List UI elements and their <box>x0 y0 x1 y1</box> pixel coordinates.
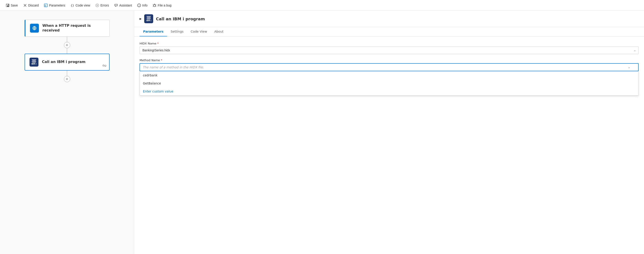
node-link-icon <box>102 64 106 68</box>
connector-2: + <box>64 71 70 82</box>
info-label: Info <box>142 3 147 7</box>
method-required-star: * <box>161 58 162 62</box>
svg-rect-23 <box>32 61 36 62</box>
svg-rect-28 <box>147 17 150 17</box>
panel-title: Call an IBM i program <box>156 16 205 21</box>
discard-icon <box>23 3 27 7</box>
svg-line-11 <box>153 4 154 5</box>
svg-rect-24 <box>32 62 36 62</box>
method-dropdown-list: cedrbank GetBalance Enter custom value <box>140 71 639 96</box>
tab-settings[interactable]: Settings <box>167 27 187 36</box>
method-dropdown-wrapper: The name of a method in the HIDX file. ⌄… <box>140 63 639 71</box>
code-view-label: Code view <box>76 3 90 7</box>
parameters-label: Parameters <box>49 3 65 7</box>
code-view-button[interactable]: {} Code view <box>68 2 92 8</box>
hidx-name-select[interactable]: BankingISeries.hidx <box>140 46 639 54</box>
save-icon <box>6 3 10 7</box>
tab-code-view[interactable]: Code View <box>187 27 211 36</box>
ibm-program-icon: IBM i <box>30 58 38 67</box>
svg-point-10 <box>154 4 156 7</box>
add-step-button-2[interactable]: + <box>64 76 70 82</box>
svg-rect-22 <box>32 60 36 61</box>
tab-about[interactable]: About <box>211 27 227 36</box>
hidx-name-label: HIDX Name * <box>140 42 639 45</box>
parameters-button[interactable]: @ Parameters <box>42 2 67 8</box>
svg-rect-21 <box>32 59 36 60</box>
connector-line-2 <box>67 48 67 54</box>
flow-canvas: When a HTTP request is received + IBM i <box>0 11 134 254</box>
panel-header: ▶ IBM i Call an IBM i program <box>134 11 644 27</box>
save-label: Save <box>11 3 18 7</box>
svg-line-15 <box>153 6 154 7</box>
discard-label: Discard <box>28 3 39 7</box>
parameters-icon: @ <box>44 3 48 7</box>
http-trigger-text: When a HTTP request is received <box>42 23 105 33</box>
http-trigger-node[interactable]: When a HTTP request is received <box>24 20 110 37</box>
detail-panel: ▶ IBM i Call an IBM i program Parameters… <box>134 11 644 254</box>
method-placeholder: The name of a method in the HIDX file. <box>143 65 204 69</box>
method-chevron-icon: ⌄ <box>628 66 630 69</box>
toolbar: Save Discard @ Parameters {} Code view <box>0 0 644 11</box>
ibm-program-text: Call an IBM i program <box>42 60 86 64</box>
errors-button[interactable]: Errors <box>93 2 111 8</box>
panel-title-icon: IBM i <box>144 14 153 23</box>
svg-rect-29 <box>146 18 151 18</box>
method-name-label: Method Name * <box>140 58 639 62</box>
code-view-icon: {} <box>71 3 74 7</box>
errors-label: Errors <box>100 3 109 7</box>
svg-text:@: @ <box>45 4 46 7</box>
save-button[interactable]: Save <box>4 2 20 8</box>
panel-content: HIDX Name * BankingISeries.hidx ⌄ Method… <box>134 36 644 254</box>
file-bug-label: File a bug <box>158 3 171 7</box>
dropdown-item-cedrbank[interactable]: cedrbank <box>140 71 638 79</box>
assistant-icon <box>114 3 118 7</box>
info-icon: i <box>137 3 141 7</box>
info-button[interactable]: i Info <box>135 2 150 8</box>
svg-rect-27 <box>146 16 151 16</box>
assistant-button[interactable]: Assistant <box>112 2 134 8</box>
hidx-required-star: * <box>157 42 159 45</box>
svg-line-12 <box>156 4 156 5</box>
hidx-select-wrapper: BankingISeries.hidx ⌄ <box>140 46 639 54</box>
ibm-program-node[interactable]: IBM i Call an IBM i program <box>24 54 110 71</box>
add-step-button-1[interactable]: + <box>64 42 70 48</box>
dropdown-item-custom[interactable]: Enter custom value <box>140 87 638 95</box>
file-bug-button[interactable]: File a bug <box>150 2 174 8</box>
discard-button[interactable]: Discard <box>21 2 41 8</box>
connector-1: + <box>64 37 70 54</box>
hidx-name-group: HIDX Name * BankingISeries.hidx ⌄ <box>140 42 639 54</box>
svg-text:i: i <box>139 4 140 7</box>
method-name-group: Method Name * The name of a method in th… <box>140 58 639 71</box>
connector-line-1 <box>67 37 67 42</box>
svg-text:{}: {} <box>71 4 74 7</box>
method-input-box[interactable]: The name of a method in the HIDX file. ⌄ <box>140 63 639 71</box>
svg-line-16 <box>156 6 156 7</box>
expand-chevron[interactable]: ▶ <box>140 17 142 20</box>
panel-tabs: Parameters Settings Code View About <box>134 27 644 36</box>
dropdown-item-getbalance[interactable]: GetBalance <box>140 79 638 87</box>
bug-icon <box>153 3 156 7</box>
http-trigger-icon <box>30 24 39 33</box>
main-layout: When a HTTP request is received + IBM i <box>0 11 644 254</box>
tab-parameters[interactable]: Parameters <box>140 27 167 36</box>
connector-line-3 <box>67 71 67 76</box>
svg-rect-30 <box>147 19 150 19</box>
assistant-label: Assistant <box>119 3 132 7</box>
errors-icon <box>96 3 99 7</box>
